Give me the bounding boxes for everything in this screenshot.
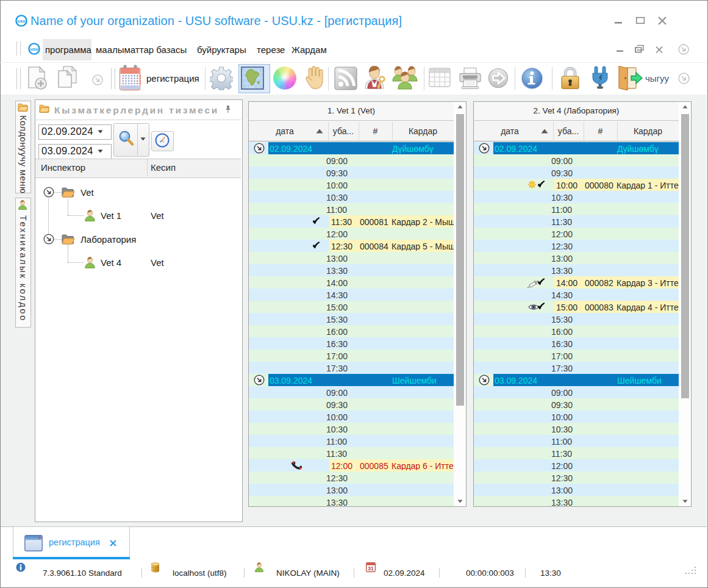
svg-text:31: 31 [368, 565, 374, 572]
svg-text:usu: usu [18, 18, 26, 24]
svg-text:usu: usu [30, 46, 38, 52]
